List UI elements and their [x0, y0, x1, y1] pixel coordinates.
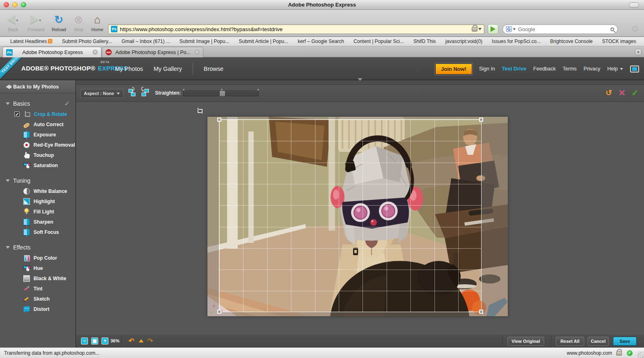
search-input[interactable]	[518, 26, 610, 32]
tool-distort[interactable]: Distort	[0, 304, 75, 314]
straighten-slider[interactable]	[183, 91, 259, 96]
search-icon[interactable]	[610, 27, 614, 31]
zoom-level: 36%	[110, 338, 119, 343]
nav-my-gallery[interactable]: My Gallery	[154, 66, 182, 72]
nav-my-photos[interactable]: My Photos	[115, 66, 143, 72]
nav-browse[interactable]: Browse	[204, 66, 223, 72]
toolbar-toggle-pill[interactable]	[629, 2, 639, 8]
app-header: TEST DRIVE ADOBE® PHOTOSHOP®EXPRESS BETA…	[0, 57, 644, 80]
history-redo-icon[interactable]: ↷	[146, 337, 155, 345]
section-effects[interactable]: Effects	[0, 242, 75, 253]
crop-handle-top-right[interactable]	[479, 118, 483, 122]
bookmark-item[interactable]: Gmail – Inbox (671) ...	[122, 39, 170, 44]
tool-pop-color[interactable]: Pop Color	[0, 253, 75, 263]
go-button[interactable]	[488, 24, 498, 34]
tool-saturation[interactable]: Saturation	[0, 160, 75, 170]
bookmark-item[interactable]: Content | Popular Sci...	[354, 39, 404, 44]
url-bar[interactable]: Px	[108, 24, 484, 34]
tab-photoshop-express-popsci[interactable]: POP Adobe Photoshop Express | Po... ✕	[102, 47, 203, 57]
crop-handle-bottom-left[interactable]	[217, 310, 221, 314]
search-box[interactable]: G	[502, 24, 618, 34]
section-basics[interactable]: Basics ✓	[0, 98, 75, 109]
google-engine-icon[interactable]: G	[506, 26, 512, 32]
back-button[interactable]: ▼ Back	[2, 12, 24, 32]
tab-title: Adobe Photoshop Express | Po...	[115, 50, 191, 55]
tool-white-balance[interactable]: White Balance	[0, 186, 75, 196]
stop-button[interactable]: ⊗ Stop	[68, 12, 89, 32]
bookmark-item[interactable]: STOCK images	[602, 39, 636, 44]
join-now-button[interactable]: Join Now!	[435, 63, 472, 75]
url-dropdown-icon[interactable]	[478, 28, 482, 30]
url-input[interactable]	[120, 26, 472, 32]
tool-crop-rotate[interactable]: ✓ Crop & Rotate	[0, 109, 75, 119]
resize-grip[interactable]	[637, 351, 644, 358]
forward-button[interactable]: ▼ Forward	[25, 12, 47, 32]
bookmark-item[interactable]: Brightcove Console	[550, 39, 592, 44]
image-canvas[interactable]	[76, 102, 644, 334]
bookmark-item[interactable]: Submit Image | Popu...	[180, 39, 230, 44]
engine-dropdown-icon[interactable]	[513, 28, 516, 30]
tool-red-eye-removal[interactable]: Red-Eye Removal	[0, 140, 75, 150]
crop-region[interactable]	[219, 119, 482, 312]
terms-link[interactable]: Terms	[563, 66, 576, 72]
tool-auto-correct[interactable]: Auto Correct	[0, 119, 75, 129]
tool-exposure[interactable]: Exposure	[0, 129, 75, 140]
zoom-out-button[interactable]: −	[81, 338, 88, 344]
photo[interactable]	[207, 117, 508, 316]
reset-all-button[interactable]: Reset All	[556, 337, 584, 346]
feedback-link[interactable]: Feedback	[533, 66, 556, 72]
cancel-crop-icon[interactable]: ✕	[618, 89, 626, 97]
tool-tint[interactable]: Tint	[0, 283, 75, 294]
cancel-button[interactable]: Cancel	[588, 337, 609, 346]
bookmark-item[interactable]: Submit Photo Gallery...	[62, 39, 112, 44]
crop-checkbox[interactable]: ✓	[14, 111, 20, 117]
tool-highlight[interactable]: Highlight	[0, 196, 75, 206]
crop-handle-top-left[interactable]	[217, 118, 221, 122]
help-menu[interactable]: Help	[607, 66, 623, 72]
bookmark-item[interactable]: Issues for PopSci.co...	[492, 39, 540, 44]
apply-crop-icon[interactable]: ✓	[631, 89, 639, 97]
aspect-dropdown[interactable]: Aspect : None	[80, 89, 124, 98]
undo-icon[interactable]: ↺	[605, 89, 613, 97]
crop-handle-bottom-right[interactable]	[479, 310, 483, 314]
close-tab-icon[interactable]: ✕	[92, 50, 98, 55]
bookmark-item[interactable]: kerf – Google Search	[298, 39, 344, 44]
reload-button[interactable]: ↻ Reload	[48, 12, 70, 32]
fullscreen-icon[interactable]	[630, 66, 639, 73]
rotate-right-button[interactable]: ⤸	[128, 89, 137, 97]
status-lock-icon[interactable]	[616, 351, 621, 355]
tool-sketch[interactable]: Sketch	[0, 294, 75, 304]
tab-title: Adobe Photoshop Express	[16, 50, 89, 55]
verified-icon[interactable]: ✓	[627, 350, 633, 356]
privacy-link[interactable]: Privacy	[583, 66, 600, 72]
tab-list-dropdown-icon[interactable]: ▼	[635, 49, 642, 55]
bookmark-item[interactable]: javascript:void(0)	[445, 39, 482, 44]
tool-soft-focus[interactable]: Soft Focus	[0, 227, 75, 237]
save-button[interactable]: Save	[613, 337, 637, 346]
zoom-fit-button[interactable]: ▣	[91, 338, 98, 344]
history-expander-icon[interactable]	[139, 339, 144, 342]
home-button[interactable]: ⌂ Home	[87, 12, 108, 32]
bookmark-item[interactable]: Submit Article | Popu...	[239, 39, 288, 44]
zoom-in-button[interactable]: +	[101, 338, 108, 344]
history-undo-icon[interactable]: ↶	[127, 337, 136, 345]
highlight-icon	[23, 198, 30, 205]
tool-hue[interactable]: Hue	[0, 263, 75, 273]
sign-in-link[interactable]: Sign In	[479, 66, 495, 72]
tool-sharpen[interactable]: Sharpen	[0, 217, 75, 227]
back-to-my-photos[interactable]: Back to My Photos	[0, 80, 75, 93]
test-drive-link[interactable]: Test Drive	[502, 66, 527, 72]
view-original-button[interactable]: View Original	[507, 337, 544, 346]
bookmark-latest-headlines[interactable]: Latest Headlines	[10, 39, 52, 44]
close-tab-icon[interactable]: ✕	[194, 50, 200, 55]
bookmark-item[interactable]: ShifD This	[413, 39, 436, 44]
rotate-right-icon: ⤸	[132, 86, 135, 92]
straighten-slider-handle[interactable]	[219, 91, 225, 97]
tool-touchup[interactable]: Touchup	[0, 150, 75, 160]
section-tuning[interactable]: Tuning	[0, 175, 75, 186]
tool-fill-light[interactable]: Fill Light	[0, 206, 75, 217]
rotate-left-button[interactable]: ⤹	[142, 89, 150, 97]
tab-photoshop-express[interactable]: Px Adobe Photoshop Express ✕	[2, 47, 101, 57]
back-icon: ▼	[2, 12, 24, 27]
tool-black-white[interactable]: Black & White	[0, 273, 75, 283]
